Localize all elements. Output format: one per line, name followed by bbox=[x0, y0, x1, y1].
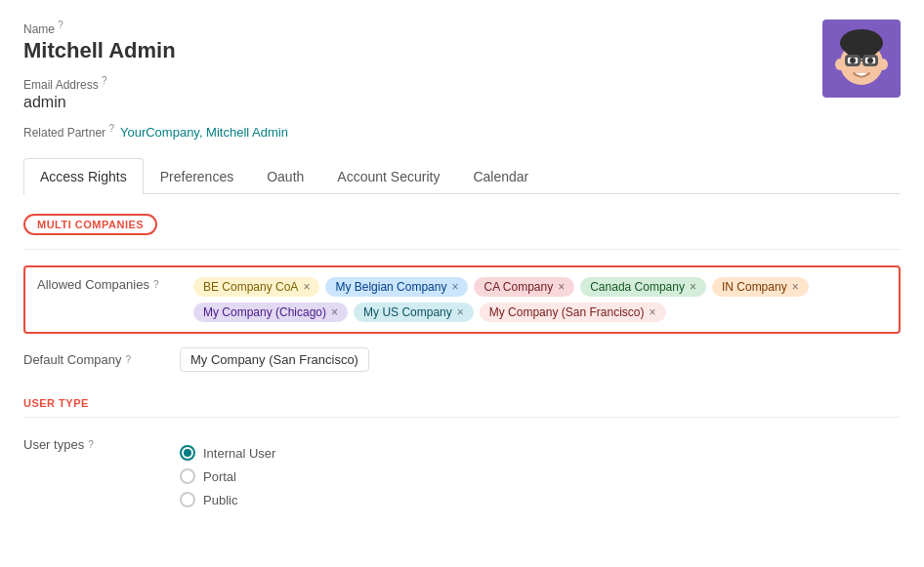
tab-calendar[interactable]: Calendar bbox=[456, 158, 545, 194]
tag-canada-company: Canada Company × bbox=[580, 277, 706, 297]
tag-in-company: IN Company × bbox=[712, 277, 809, 297]
name-value: Mitchell Admin bbox=[23, 38, 822, 63]
radio-internal-label: Internal User bbox=[203, 446, 275, 461]
tab-oauth[interactable]: Oauth bbox=[250, 158, 320, 194]
user-types-row: User types ? Internal User Portal Public bbox=[23, 433, 901, 511]
tag-my-belgian-company-close[interactable]: × bbox=[451, 280, 458, 294]
default-company-label: Default Company ? bbox=[23, 352, 180, 367]
default-company-row: Default Company ? My Company (San Franci… bbox=[23, 338, 901, 382]
related-partner-row: Related Partner ? YourCompany, Mitchell … bbox=[23, 123, 822, 142]
radio-portal-label: Portal bbox=[203, 469, 236, 484]
radio-item-public: Public bbox=[180, 492, 275, 507]
tag-my-company-chicago-close[interactable]: × bbox=[331, 305, 338, 319]
tag-my-company-chicago: My Company (Chicago) × bbox=[193, 303, 348, 322]
radio-internal[interactable] bbox=[180, 445, 195, 461]
radio-public[interactable] bbox=[180, 492, 195, 507]
user-type-section: USER TYPE User types ? Internal User Por… bbox=[23, 397, 901, 511]
page: Name ? Mitchell Admin Email Address ? ad… bbox=[0, 0, 924, 531]
tag-my-company-sf-close[interactable]: × bbox=[650, 305, 656, 319]
radio-item-internal: Internal User bbox=[180, 445, 275, 461]
allowed-companies-label: Allowed Companies ? bbox=[37, 277, 193, 292]
header-left: Name ? Mitchell Admin Email Address ? ad… bbox=[23, 20, 822, 142]
tab-bar: Access Rights Preferences Oauth Account … bbox=[23, 157, 901, 194]
tag-be-company-coa: BE Company CoA × bbox=[193, 277, 319, 297]
tag-in-company-close[interactable]: × bbox=[792, 280, 799, 294]
radio-public-label: Public bbox=[203, 493, 237, 507]
svg-point-5 bbox=[878, 59, 888, 70]
allowed-companies-row: Allowed Companies ? BE Company CoA × My … bbox=[23, 265, 901, 334]
related-partner-label: Related Partner ? bbox=[23, 123, 114, 140]
user-type-header: USER TYPE bbox=[23, 397, 901, 409]
multi-companies-header: MULTI COMPANIES bbox=[23, 214, 157, 235]
tag-my-belgian-company: My Belgian Company × bbox=[325, 277, 468, 297]
user-types-label: User types ? bbox=[23, 437, 180, 452]
tag-canada-company-close[interactable]: × bbox=[690, 280, 696, 294]
radio-portal[interactable] bbox=[180, 468, 195, 484]
header-section: Name ? Mitchell Admin Email Address ? ad… bbox=[23, 20, 901, 142]
svg-point-8 bbox=[850, 58, 856, 63]
name-label: Name ? bbox=[23, 20, 822, 36]
default-company-value[interactable]: My Company (San Francisco) bbox=[180, 347, 369, 372]
tag-ca-company: CA Company × bbox=[474, 277, 574, 297]
tab-access-rights[interactable]: Access Rights bbox=[23, 158, 144, 194]
tag-ca-company-close[interactable]: × bbox=[558, 280, 565, 294]
email-label: Email Address ? bbox=[23, 75, 822, 92]
tab-preferences[interactable]: Preferences bbox=[144, 158, 250, 194]
user-type-divider bbox=[23, 417, 901, 418]
user-type-radio-group: Internal User Portal Public bbox=[180, 445, 275, 507]
tag-my-us-company-close[interactable]: × bbox=[457, 305, 464, 319]
avatar bbox=[822, 20, 901, 98]
tab-account-security[interactable]: Account Security bbox=[320, 158, 456, 194]
tag-be-company-coa-close[interactable]: × bbox=[303, 280, 310, 294]
tag-my-company-sf: My Company (San Francisco) × bbox=[480, 303, 666, 322]
radio-item-portal: Portal bbox=[180, 468, 275, 484]
svg-point-4 bbox=[835, 59, 845, 70]
tag-my-us-company: My US Company × bbox=[354, 303, 474, 322]
allowed-companies-tags: BE Company CoA × My Belgian Company × CA… bbox=[193, 277, 887, 322]
related-partner-link[interactable]: YourCompany, Mitchell Admin bbox=[120, 125, 288, 140]
section-divider bbox=[23, 249, 901, 250]
svg-point-9 bbox=[867, 58, 873, 63]
email-value: admin bbox=[23, 94, 822, 111]
